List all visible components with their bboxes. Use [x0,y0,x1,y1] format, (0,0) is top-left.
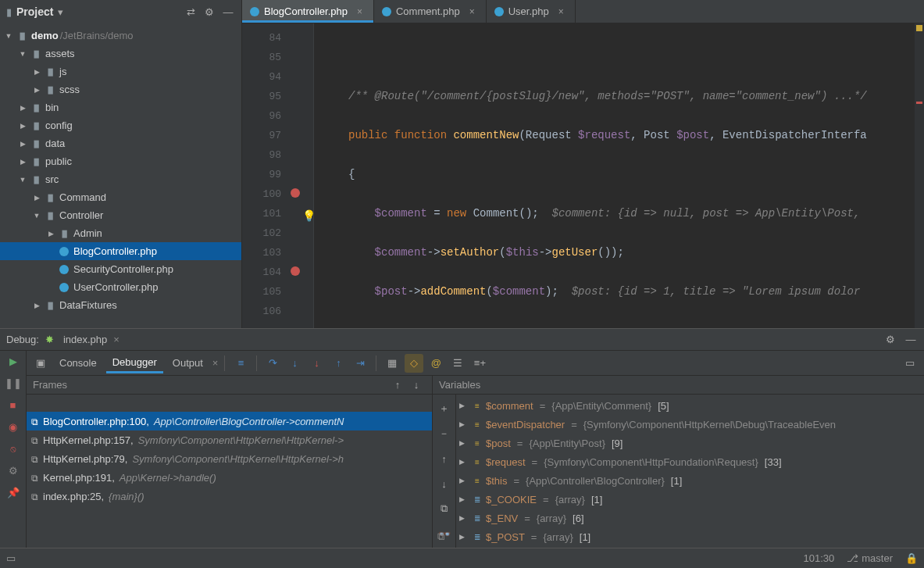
tree-node[interactable]: BlogController.php [0,242,241,260]
remove-var-icon[interactable]: － [435,424,454,443]
tree-node[interactable]: ▶DataFixtures [0,296,241,314]
output-close-icon[interactable]: × [212,357,219,369]
warning-marker[interactable] [916,25,922,31]
threads-icon[interactable]: ▣ [31,354,50,373]
tree-node[interactable]: ▶config [0,116,241,134]
editor-tab[interactable]: BlogController.php× [242,0,374,23]
list-icon[interactable]: ☰ [448,354,467,373]
tree-node[interactable]: ▶js [0,63,241,80]
gutter-line[interactable]: 105 [242,282,281,302]
hide-icon[interactable]: — [221,5,235,19]
variable-row[interactable]: ▶$_ENV={array}[6] [456,509,924,527]
tree-node[interactable]: ▶bin [0,98,241,116]
breakpoint-icon[interactable] [291,188,300,198]
frame-row[interactable]: BlogController.php:100, App\Controller\B… [27,412,432,430]
gear-icon[interactable]: ⚙ [202,5,216,19]
tree-node[interactable]: ▶Admin [0,224,241,242]
force-step-into-icon[interactable]: ↓ [307,354,326,373]
chevron-icon[interactable]: ▶ [17,122,28,130]
add-watch-icon[interactable]: ≡+ [470,354,489,373]
chevron-icon[interactable]: ▶ [31,86,42,94]
git-branch[interactable]: ⎇ master [847,552,893,564]
close-icon[interactable]: × [558,6,564,17]
project-dropdown-icon[interactable]: ▾ [58,6,63,18]
variable-row[interactable]: ▶$_COOKIE={array}[1] [456,490,924,509]
tab-console[interactable]: Console [53,354,103,372]
variable-row[interactable]: ▶$comment={App\Entity\Comment}[5] [456,396,924,415]
editor-tab[interactable]: User.php× [487,0,576,23]
step-into-icon[interactable]: ↓ [285,354,304,373]
chevron-right-icon[interactable]: ▶ [459,495,469,503]
lock-icon[interactable]: 🔒 [905,552,918,564]
debug-gear-icon[interactable]: ⚙ [883,333,897,347]
gutter-line[interactable]: 100 [242,184,281,204]
gutter-line[interactable]: 84 [242,28,281,48]
frame-row[interactable]: HttpKernel.php:157, Symfony\Component\Ht… [27,430,432,449]
chevron-icon[interactable]: ▶ [17,104,28,112]
show-execution-point-icon[interactable]: ≡ [231,354,250,373]
fold-bar[interactable] [305,23,314,328]
chevron-right-icon[interactable]: ▶ [459,402,469,409]
chevron-icon[interactable]: ▼ [31,212,42,220]
copy-var-icon[interactable]: ⧉ [435,499,454,518]
settings-button[interactable]: ⚙ [6,463,20,477]
up-var-icon[interactable]: ↑ [435,449,454,468]
pause-button[interactable]: ❚❚ [6,376,20,390]
evaluate-expression-icon[interactable]: ▦ [383,354,401,373]
link-icon[interactable]: ⧉ [437,530,444,543]
chevron-right-icon[interactable]: ▶ [459,439,469,447]
gutter-line[interactable]: 97 [242,126,281,145]
step-out-icon[interactable]: ↑ [329,354,348,373]
code-area[interactable]: /** @Route("/comment/{postSlug}/new", me… [314,23,915,328]
tree-node[interactable]: ▶Command [0,188,241,206]
gutter-line[interactable]: 103 [242,243,281,263]
down-var-icon[interactable]: ↓ [435,474,454,493]
frame-row[interactable]: Kernel.php:191, App\Kernel->handle() [27,468,432,487]
project-tree[interactable]: ▼ demo /JetBrains/demo ▼assets▶js▶scss▶b… [0,23,241,328]
tree-node[interactable]: ▼assets [0,45,241,63]
view-breakpoints-button[interactable]: ◉ [6,420,20,434]
chevron-right-icon[interactable]: ▶ [459,477,469,484]
layout-icon[interactable]: ▭ [901,354,919,373]
chevron-icon[interactable]: ▶ [17,158,28,166]
variable-row[interactable]: ▶$this={App\Controller\BlogController}[1… [456,471,924,490]
frame-down-icon[interactable]: ↓ [407,376,426,395]
debug-hide-icon[interactable]: — [904,333,918,347]
debug-session-close-icon[interactable]: × [113,334,120,345]
vars-list[interactable]: ▶$comment={App\Entity\Comment}[5]▶$event… [456,395,924,548]
tree-node[interactable]: SecurityController.php [0,260,241,278]
gutter-line[interactable]: 85 [242,48,281,67]
tree-node[interactable]: ▶scss [0,80,241,98]
gutter-line[interactable]: 104 [242,263,281,282]
trace-icon[interactable]: ◇ [405,354,423,373]
variable-row[interactable]: ▶$request={Symfony\Component\HttpFoundat… [456,452,924,471]
error-stripe[interactable] [915,23,924,328]
gutter-line[interactable]: 96 [242,106,281,126]
variable-row[interactable]: ▶$post={App\Entity\Post}[9] [456,434,924,452]
variable-row[interactable]: ▶$_POST={array}[1] [456,527,924,546]
resume-button[interactable]: ▶ [6,354,20,368]
mute-breakpoints-button[interactable]: ⍉ [6,441,20,455]
frame-row[interactable]: HttpKernel.php:79, Symfony\Component\Htt… [27,449,432,468]
error-marker[interactable] [916,102,922,104]
chevron-icon[interactable]: ▼ [17,50,28,58]
frame-up-icon[interactable]: ↑ [388,376,407,395]
gutter-line[interactable]: 106 [242,302,281,321]
tree-node[interactable]: ▼Controller [0,206,241,224]
run-to-cursor-icon[interactable]: ⇥ [351,354,369,373]
tree-node[interactable]: ▶data [0,134,241,152]
scroll-from-source-icon[interactable]: ⇄ [184,5,198,19]
tree-node[interactable]: ▼src [0,170,241,188]
editor-body[interactable]: 8485949596979899100101💡102103104105106 /… [242,23,924,328]
step-over-icon[interactable]: ↷ [263,354,282,373]
chevron-icon[interactable]: ▶ [45,230,56,238]
debug-session-name[interactable]: index.php [63,334,107,345]
gutter-line[interactable]: 102 [242,223,281,243]
frames-list[interactable]: BlogController.php:100, App\Controller\B… [27,395,432,548]
chevron-icon[interactable]: ▶ [31,302,42,309]
chevron-icon[interactable]: ▶ [17,140,28,148]
breakpoint-icon[interactable] [291,266,300,276]
at-icon[interactable]: @ [426,354,445,373]
close-icon[interactable]: × [357,6,362,17]
chevron-right-icon[interactable]: ▶ [459,458,469,466]
